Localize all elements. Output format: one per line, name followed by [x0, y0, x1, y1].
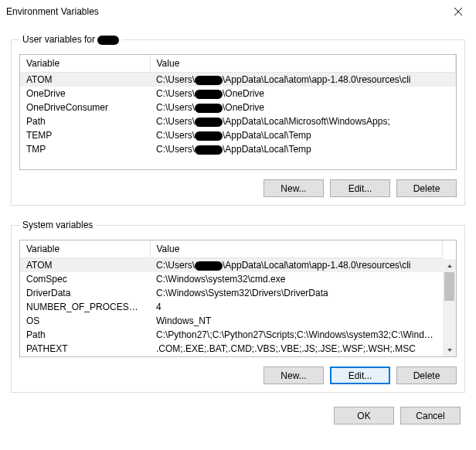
user-delete-button[interactable]: Delete [396, 179, 457, 197]
table-row[interactable]: TMPC:\Users\\AppData\Local\Temp [20, 142, 456, 156]
system-edit-button[interactable]: Edit... [330, 366, 390, 384]
system-variables-legend: System variables [19, 220, 96, 230]
variable-name: ATOM [20, 73, 150, 87]
variable-name: OneDrive [20, 87, 150, 101]
environment-variables-dialog: Environment Variables User variables for [0, 0, 476, 450]
chevron-up-icon [447, 263, 453, 269]
variable-name: ComSpec [20, 272, 150, 286]
table-row[interactable]: ATOMC:\Users\\AppData\Local\atom\app-1.4… [20, 258, 443, 273]
variable-value: .COM;.EXE;.BAT;.CMD;.VBS;.VBE;.JS;.JSE;.… [150, 342, 443, 356]
scroll-up-button[interactable] [443, 259, 456, 272]
redacted-username [195, 261, 223, 271]
system-delete-button[interactable]: Delete [396, 366, 457, 384]
dialog-footer: OK Cancel [11, 401, 465, 424]
titlebar: Environment Variables [0, 0, 476, 23]
window-title: Environment Variables [6, 6, 99, 17]
column-header-value[interactable]: Value [150, 240, 443, 258]
redacted-username [195, 118, 223, 127]
system-variables-group: System variables Variable Value ATOMC:\U… [11, 220, 465, 393]
svg-marker-2 [447, 264, 452, 268]
variable-value: 4 [150, 300, 443, 314]
variable-value: C:\Users\\AppData\Local\Temp [150, 142, 456, 156]
redacted-username [195, 76, 223, 85]
user-variables-buttons: New... Edit... Delete [19, 179, 457, 197]
redacted-username [195, 145, 223, 155]
variable-name: ATOM [20, 258, 150, 273]
user-variables-legend-text: User variables for [22, 34, 95, 45]
variable-name: OneDriveConsumer [20, 101, 150, 114]
table-row[interactable]: OSWindows_NT [20, 314, 443, 328]
user-variables-legend: User variables for [19, 34, 122, 45]
variable-name: TEMP [20, 128, 150, 142]
redacted-username [97, 36, 119, 45]
variable-value: C:\Windows\System32\Drivers\DriverData [150, 286, 443, 300]
variable-name: NUMBER_OF_PROCESSORS [20, 300, 150, 314]
scroll-down-button[interactable] [443, 343, 456, 356]
scroll-thumb[interactable] [444, 272, 454, 301]
system-variables-list[interactable]: Variable Value ATOMC:\Users\\AppData\Loc… [19, 240, 457, 357]
table-row[interactable]: PATHEXT.COM;.EXE;.BAT;.CMD;.VBS;.VBE;.JS… [20, 342, 443, 356]
variable-value: C:\Users\\OneDrive [150, 87, 456, 101]
table-row[interactable]: OneDriveC:\Users\\OneDrive [20, 87, 456, 101]
variable-name: Path [20, 114, 150, 128]
ok-button[interactable]: OK [334, 407, 394, 424]
user-new-button[interactable]: New... [264, 179, 324, 197]
dialog-content: User variables for Variable Value ATOMC:… [0, 23, 476, 450]
svg-marker-3 [447, 349, 452, 352]
user-variables-group: User variables for Variable Value ATOMC:… [11, 34, 465, 206]
variable-name: TMP [20, 142, 150, 156]
system-list-scrollbar[interactable] [443, 259, 456, 356]
variable-value: C:\Users\\AppData\Local\Microsoft\Window… [150, 114, 456, 128]
column-header-variable[interactable]: Variable [20, 240, 150, 258]
variable-value: C:\Users\\OneDrive [150, 101, 456, 114]
variable-value: C:\Users\\AppData\Local\atom\app-1.48.0\… [150, 73, 456, 87]
user-variables-table: Variable Value ATOMC:\Users\\AppData\Loc… [20, 55, 456, 156]
redacted-username [195, 131, 223, 141]
variable-value: Windows_NT [150, 314, 443, 328]
scroll-track[interactable] [443, 272, 456, 343]
variable-value: C:\Python27\;C:\Python27\Scripts;C:\Wind… [150, 328, 443, 342]
column-header-variable[interactable]: Variable [20, 55, 150, 73]
variable-name: OS [20, 314, 150, 328]
table-row[interactable]: DriverDataC:\Windows\System32\Drivers\Dr… [20, 286, 443, 300]
variable-name: Path [20, 328, 150, 342]
variable-value: C:\Users\\AppData\Local\atom\app-1.48.0\… [150, 258, 443, 273]
table-row[interactable]: ComSpecC:\Windows\system32\cmd.exe [20, 272, 443, 286]
cancel-button[interactable]: Cancel [400, 407, 461, 424]
variable-name: PATHEXT [20, 342, 150, 356]
variable-name: DriverData [20, 286, 150, 300]
column-header-value[interactable]: Value [150, 55, 456, 73]
table-row[interactable]: TEMPC:\Users\\AppData\Local\Temp [20, 128, 456, 142]
user-variables-list[interactable]: Variable Value ATOMC:\Users\\AppData\Loc… [19, 54, 457, 170]
table-row[interactable]: PathC:\Python27\;C:\Python27\Scripts;C:\… [20, 328, 443, 342]
variable-value: C:\Users\\AppData\Local\Temp [150, 128, 456, 142]
variable-value: C:\Windows\system32\cmd.exe [150, 272, 443, 286]
system-new-button[interactable]: New... [264, 366, 324, 384]
redacted-username [195, 104, 223, 113]
window-close-button[interactable] [440, 0, 476, 23]
redacted-username [195, 90, 223, 99]
table-row[interactable]: OneDriveConsumerC:\Users\\OneDrive [20, 101, 456, 114]
system-variables-table: Variable Value ATOMC:\Users\\AppData\Loc… [20, 240, 443, 356]
table-row[interactable]: PathC:\Users\\AppData\Local\Microsoft\Wi… [20, 114, 456, 128]
table-row[interactable]: NUMBER_OF_PROCESSORS4 [20, 300, 443, 314]
system-variables-buttons: New... Edit... Delete [19, 366, 457, 384]
chevron-down-icon [447, 347, 453, 353]
table-row[interactable]: ATOMC:\Users\\AppData\Local\atom\app-1.4… [20, 73, 456, 87]
close-icon [454, 8, 462, 15]
user-edit-button[interactable]: Edit... [330, 179, 390, 197]
